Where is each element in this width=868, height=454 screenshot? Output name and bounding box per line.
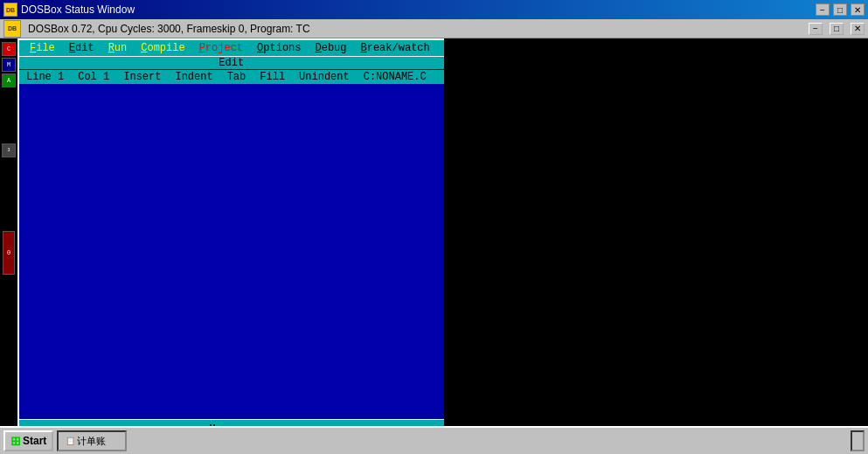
dosbox-statusbar: DB DOSBox 0.72, Cpu Cycles: 3000, Frames…: [0, 19, 868, 38]
win-taskbar: ⊞ Start 📋 计单账: [0, 426, 868, 454]
close-button[interactable]: ✕: [851, 3, 865, 16]
maximize-button[interactable]: □: [833, 3, 847, 16]
main-area: C M A 3 0 File Edit Run Comp: [0, 38, 868, 454]
menu-edit[interactable]: Edit: [62, 40, 101, 56]
sidebar-app-5[interactable]: 0: [3, 231, 15, 275]
edit-title: Edit: [219, 57, 244, 69]
status-unindent: Unindent: [299, 71, 350, 83]
dosbox-title: DOSBox Status Window: [21, 3, 812, 16]
status-filename: C:NONAME.C: [364, 71, 427, 83]
dosbox-icon: DB: [3, 3, 17, 17]
status-maximize-button[interactable]: □: [830, 23, 844, 35]
window-frame: DB DOSBox Status Window − □ ✕ DB DOSBox …: [0, 0, 868, 454]
status-col: Col 1: [78, 71, 109, 83]
status-indent: Indent: [175, 71, 212, 83]
status-tab: Tab: [227, 71, 247, 83]
left-sidebar: C M A 3 0: [0, 38, 17, 454]
dosbox-status-icon: DB: [3, 20, 21, 38]
sidebar-app-4[interactable]: 3: [2, 143, 16, 157]
status-insert: Insert: [123, 71, 161, 83]
edit-titlebar: Edit: [19, 56, 444, 70]
menu-file[interactable]: File: [23, 40, 62, 56]
status-fill: Fill: [260, 71, 285, 83]
right-area: [444, 38, 869, 454]
tc-window: File Edit Run Compile Project Options: [17, 38, 444, 454]
status-close-button[interactable]: ✕: [851, 23, 865, 35]
dosbox-titlebar: DB DOSBox Status Window − □ ✕: [0, 0, 868, 19]
tc-statusline: Line 1 Col 1 Insert Indent Tab Fill Unin…: [19, 70, 444, 84]
dosbox-status-text: DOSBox 0.72, Cpu Cycles: 3000, Frameskip…: [28, 23, 802, 35]
taskbar-clock: [851, 430, 865, 451]
menu-run[interactable]: Run: [101, 40, 135, 56]
tc-editarea[interactable]: [19, 84, 444, 419]
sidebar-app-1[interactable]: C: [2, 42, 16, 56]
menu-break[interactable]: Break/watch: [354, 40, 437, 56]
menu-compile[interactable]: Compile: [134, 40, 191, 56]
menu-debug[interactable]: Debug: [309, 40, 354, 56]
minimize-button[interactable]: −: [816, 3, 830, 16]
menu-project[interactable]: Project: [192, 40, 250, 56]
status-minimize-button[interactable]: −: [809, 23, 823, 35]
sidebar-app-3[interactable]: A: [2, 73, 16, 87]
menu-options[interactable]: Options: [250, 40, 308, 56]
sidebar-app-2[interactable]: M: [2, 58, 16, 72]
taskbar-dosbox[interactable]: 📋 计单账: [57, 430, 127, 451]
tc-menubar: File Edit Run Compile Project Options: [19, 40, 444, 56]
start-button[interactable]: ⊞ Start: [3, 430, 53, 451]
status-line: Line 1: [26, 71, 64, 83]
